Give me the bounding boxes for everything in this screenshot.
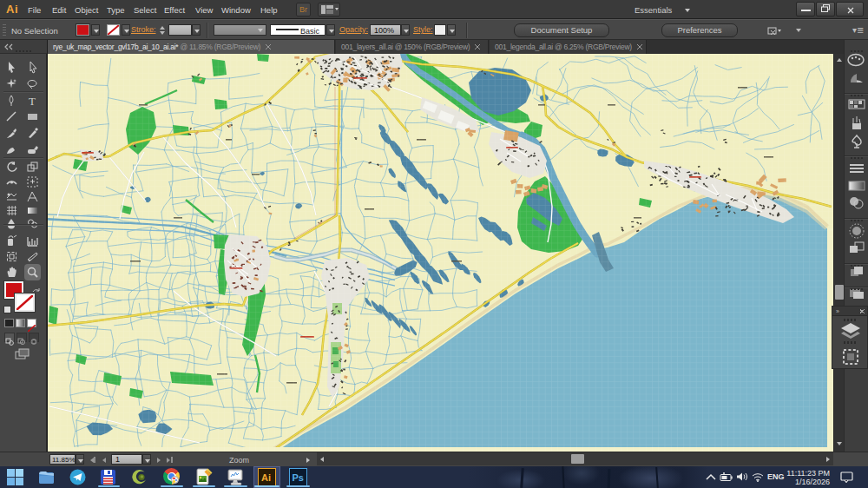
svg-text:Ps: Ps: [293, 472, 304, 483]
svg-text:T: T: [29, 95, 36, 108]
svg-text:Ai: Ai: [261, 472, 271, 483]
